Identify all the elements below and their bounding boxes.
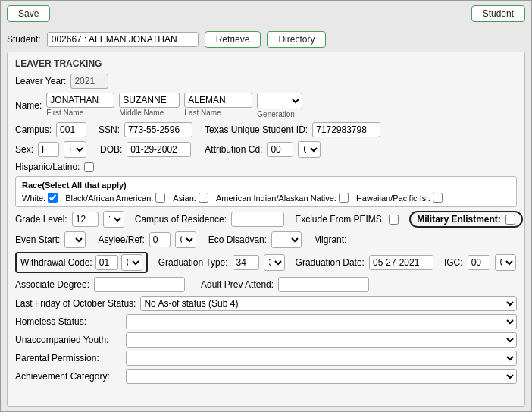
name-row: Name: First Name Middle Name Last Name: [15, 93, 517, 118]
igc-label: IGC:: [444, 257, 463, 268]
unaccompanied-row: Unaccompanied Youth:: [15, 332, 517, 348]
race-hi: Hawaiian/Pacific Isl:: [356, 193, 443, 203]
content-area: LEAVER TRACKING Leaver Year: Name: First…: [7, 52, 525, 407]
grad-type-select[interactable]: 34: [264, 254, 285, 271]
asylee-input[interactable]: [149, 232, 171, 247]
associate-input[interactable]: [94, 277, 185, 292]
race-white: White:: [22, 193, 58, 203]
name-group: First Name Middle Name Last Name Generat…: [46, 93, 302, 118]
associate-label: Associate Degree:: [15, 279, 89, 290]
leaver-year-label: Leaver Year:: [15, 76, 66, 86]
middle-name-col: Middle Name: [119, 93, 180, 117]
igc-select[interactable]: 00: [495, 254, 516, 271]
race-black-checkbox[interactable]: [155, 193, 165, 203]
exclude-checkbox[interactable]: [389, 215, 399, 225]
last-friday-select[interactable]: No As-of status (Sub 4): [140, 296, 517, 311]
tx-uid-label: Texas Unique Student ID:: [205, 124, 308, 135]
asylee-select[interactable]: 0: [175, 231, 196, 248]
sex-label: Sex:: [15, 144, 33, 155]
associate-row: Associate Degree: Adult Prev Attend:: [15, 277, 517, 292]
first-name-input[interactable]: [46, 93, 114, 108]
campus-input[interactable]: [56, 122, 86, 137]
section-title: LEAVER TRACKING: [15, 58, 517, 69]
withdrawal-input[interactable]: [95, 255, 118, 270]
attr-cd-label: Attribution Cd:: [205, 144, 262, 155]
sex-select[interactable]: F: [64, 141, 86, 158]
military-highlight: Military Enlistment:: [409, 211, 523, 228]
race-ai-checkbox[interactable]: [339, 193, 349, 203]
last-name-col: Last Name: [184, 93, 252, 117]
attr-cd-input[interactable]: [267, 142, 293, 157]
race-items: White: Black/African American: Asian: Am…: [22, 193, 510, 203]
withdrawal-select[interactable]: 01: [121, 254, 142, 271]
campus-res-label: Campus of Residence:: [135, 214, 227, 225]
achievement-label: Achievement Category:: [15, 371, 121, 382]
exclude-label: Exclude From PEIMS:: [295, 214, 384, 225]
homeless-select[interactable]: [126, 314, 517, 329]
last-friday-row: Last Friday of October Status: No As-of …: [15, 296, 517, 311]
homeless-row: Homeless Status:: [15, 314, 517, 329]
even-start-label: Even Start:: [15, 234, 60, 245]
student-label: Student:: [7, 34, 41, 45]
even-start-select[interactable]: [64, 231, 86, 248]
grade-label: Grade Level:: [15, 214, 67, 225]
tx-uid-input[interactable]: [312, 122, 380, 137]
parental-row: Parental Permission:: [15, 351, 517, 366]
save-button[interactable]: Save: [7, 5, 50, 22]
achievement-row: Achievement Category:: [15, 369, 517, 384]
grade-row: Grade Level: 12 Campus of Residence: Exc…: [15, 211, 517, 228]
generation-col: Generation: [257, 93, 302, 118]
withdrawal-row: Withdrawal Code: 01 Graduation Type: 34 …: [15, 252, 517, 273]
dob-input[interactable]: [127, 142, 191, 157]
dob-label: DOB:: [100, 144, 122, 155]
campus-ssn-row: Campus: SSN: Texas Unique Student ID:: [15, 122, 517, 137]
parental-label: Parental Permission:: [15, 353, 121, 363]
hispanic-checkbox[interactable]: [84, 162, 94, 172]
asylee-label: Asylee/Ref:: [98, 234, 144, 245]
eco-select[interactable]: [271, 231, 302, 248]
generation-select[interactable]: [257, 93, 302, 109]
student-row: Student: Retrieve Directory: [1, 27, 531, 52]
race-asian-checkbox[interactable]: [199, 193, 208, 203]
first-name-col: First Name: [46, 93, 114, 117]
achievement-select[interactable]: [126, 369, 517, 384]
last-friday-label: Last Friday of October Status:: [15, 298, 136, 309]
race-hi-checkbox[interactable]: [433, 193, 443, 203]
sex-dob-row: Sex: F DOB: Attribution Cd: 00: [15, 141, 517, 158]
middle-name-label: Middle Name: [119, 109, 164, 117]
student-input[interactable]: [47, 32, 199, 47]
sex-input[interactable]: [38, 142, 59, 157]
race-white-label: White:: [22, 193, 45, 203]
homeless-label: Homeless Status:: [15, 316, 121, 327]
military-label: Military Enlistment:: [417, 214, 501, 225]
grade-select[interactable]: 12: [103, 211, 124, 228]
campus-res-input[interactable]: [231, 212, 284, 227]
ssn-input[interactable]: [124, 122, 192, 137]
grad-type-input[interactable]: [233, 255, 259, 270]
even-start-row: Even Start: Asylee/Ref: 0 Eco Disadvan: …: [15, 231, 517, 248]
unaccompanied-select[interactable]: [126, 332, 517, 348]
military-checkbox[interactable]: [505, 215, 515, 225]
unaccompanied-label: Unaccompanied Youth:: [15, 335, 121, 345]
eco-label: Eco Disadvan:: [208, 234, 267, 245]
race-title: Race(Select All that apply): [22, 181, 510, 190]
middle-name-input[interactable]: [119, 93, 180, 108]
parental-select[interactable]: [126, 351, 517, 366]
race-ai: American Indian/Alaskan Native:: [216, 193, 349, 203]
campus-label: Campus:: [15, 124, 52, 135]
hispanic-row: Hispanic/Latino:: [15, 162, 517, 172]
igc-input[interactable]: [468, 255, 490, 270]
grade-input[interactable]: [72, 212, 99, 227]
adult-prev-input[interactable]: [278, 277, 369, 292]
generation-label: Generation: [257, 110, 294, 118]
race-white-checkbox[interactable]: [48, 193, 58, 203]
last-name-input[interactable]: [184, 93, 252, 108]
withdrawal-highlight: Withdrawal Code: 01: [15, 252, 148, 273]
retrieve-button[interactable]: Retrieve: [205, 31, 261, 48]
directory-button[interactable]: Directory: [267, 31, 326, 48]
grad-date-input[interactable]: [369, 255, 433, 270]
student-button[interactable]: Student: [471, 5, 525, 22]
leaver-year-input: [70, 74, 108, 89]
attr-cd-select[interactable]: 00: [298, 141, 321, 158]
race-asian: Asian:: [173, 193, 208, 203]
